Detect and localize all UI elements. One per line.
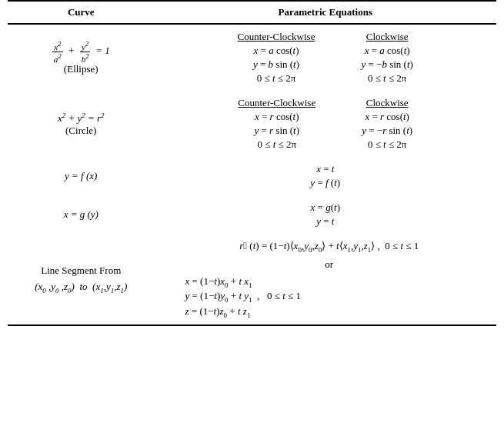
main-container: Curve Parametric Equations x2 a2 + xyxy=(0,0,504,326)
col-header-equations: Parametric Equations xyxy=(155,1,497,24)
table-row: x = g (y) x = g(t) y = t xyxy=(8,195,496,234)
curve-cell-ellipse: x2 a2 + y2 b2 = 1 (Ellipse) xyxy=(8,24,155,91)
ccw-label-circle: Counter-Clockwise xyxy=(238,97,315,109)
equations-cell-yfunc: x = t y = f (t) xyxy=(155,157,497,195)
equations-cell-circle: Counter-Clockwise x = r cos(t) y = r sin… xyxy=(155,91,497,157)
cw-label-ellipse: Clockwise xyxy=(366,31,409,43)
ellipse-label: (Ellipse) xyxy=(64,63,98,75)
circle-cw: Clockwise x = r cos(t) y = −r sin (t) 0 … xyxy=(362,97,412,151)
ellipse-cw-x: x = a cos(t) xyxy=(365,45,410,57)
xfunc-label: x = g (y) xyxy=(64,208,98,220)
circle-cw-x: x = r cos(t) xyxy=(365,111,409,123)
lineseg-or: or xyxy=(170,258,489,271)
lineseg-y: y = (1−t)y0 + t y1 , 0 ≤ t ≤ 1 xyxy=(185,290,301,304)
ellipse-cw-y: y = −b sin (t) xyxy=(361,58,412,71)
table-row: x2 a2 + y2 b2 = 1 (Ellipse) xyxy=(8,24,496,91)
lineseg-pts: (x0 ,y0 ,z0) to (x1,y1,z1) xyxy=(35,281,127,292)
circle-cw-y: y = −r sin (t) xyxy=(362,125,412,137)
table-row: Line Segment From (x0 ,y0 ,z0) to (x1,y1… xyxy=(8,234,496,325)
ellipse-ccw-t: 0 ≤ t ≤ 2π xyxy=(257,72,295,85)
equations-cell-xfunc: x = g(t) y = t xyxy=(155,195,497,234)
table-row: x2 + y2 = r2 (Circle) Counter-Clockwise … xyxy=(8,91,496,157)
lineseg-z: z = (1−t)z0 + t z1 xyxy=(185,305,251,319)
xfunc-x: x = g(t) xyxy=(311,201,340,214)
equations-cell-ellipse: Counter-Clockwise x = a cos(t) y = b sin… xyxy=(155,24,497,91)
circle-ccw: Counter-Clockwise x = r cos(t) y = r sin… xyxy=(238,97,315,151)
ellipse-ccw-x: x = a cos(t) xyxy=(254,45,299,57)
xfunc-y: y = t xyxy=(316,215,334,228)
parametric-table: Curve Parametric Equations x2 a2 + xyxy=(8,0,496,326)
circle-label: (Circle) xyxy=(65,125,96,136)
ellipse-formula: x2 a2 + y2 b2 = 1 (Ellipse) xyxy=(15,40,147,75)
curve-cell-lineseg: Line Segment From (x0 ,y0 ,z0) to (x1,y1… xyxy=(8,234,155,325)
circle-cw-t: 0 ≤ t ≤ 2π xyxy=(368,138,406,151)
ellipse-ccw: Counter-Clockwise x = a cos(t) y = b sin… xyxy=(238,31,315,85)
curve-cell-xfunc: x = g (y) xyxy=(8,195,155,234)
cw-label-circle: Clockwise xyxy=(366,97,409,109)
lineseg-label: Line Segment From (x0 ,y0 ,z0) to (x1,y1… xyxy=(15,263,147,296)
lineseg-equations: r⃗ (t) = (1−t)⟨x0,y0,z0⟩ + t⟨x1,y1,z1⟩ ,… xyxy=(170,240,489,318)
circle-ccw-x: x = r cos(t) xyxy=(255,111,299,123)
yfunc-equations: x = t y = f (t) xyxy=(162,163,489,189)
lineseg-vector: r⃗ (t) = (1−t)⟨x0,y0,z0⟩ + t⟨x1,y1,z1⟩ ,… xyxy=(170,240,489,254)
yfunc-label: y = f (x) xyxy=(65,170,97,181)
circle-formula: x2 + y2 = r2 (Circle) xyxy=(15,111,147,136)
xfunc-equations: x = g(t) y = t xyxy=(162,201,489,228)
ellipse-cw: Clockwise x = a cos(t) y = −b sin (t) 0 … xyxy=(361,31,412,85)
col-header-curve: Curve xyxy=(8,1,155,24)
circle-ccw-t: 0 ≤ t ≤ 2π xyxy=(258,138,296,151)
ccw-label-ellipse: Counter-Clockwise xyxy=(238,31,315,43)
circle-equations: Counter-Clockwise x = r cos(t) y = r sin… xyxy=(162,97,489,151)
curve-cell-yfunc: y = f (x) xyxy=(8,157,155,195)
curve-cell-circle: x2 + y2 = r2 (Circle) xyxy=(8,91,155,157)
ellipse-ccw-y: y = b sin (t) xyxy=(253,58,299,71)
ellipse-cw-t: 0 ≤ t ≤ 2π xyxy=(368,72,406,85)
circle-ccw-y: y = r sin (t) xyxy=(254,125,299,137)
yfunc-y: y = f (t) xyxy=(310,177,340,189)
equations-cell-lineseg: r⃗ (t) = (1−t)⟨x0,y0,z0⟩ + t⟨x1,y1,z1⟩ ,… xyxy=(155,234,497,325)
yfunc-x: x = t xyxy=(316,163,334,175)
table-row: y = f (x) x = t y = f (t) xyxy=(8,157,496,195)
lineseg-x: x = (1−t)x0 + t x1 xyxy=(185,275,252,289)
lineseg-top: Line Segment From xyxy=(41,265,121,276)
ellipse-equations: Counter-Clockwise x = a cos(t) y = b sin… xyxy=(162,31,489,85)
